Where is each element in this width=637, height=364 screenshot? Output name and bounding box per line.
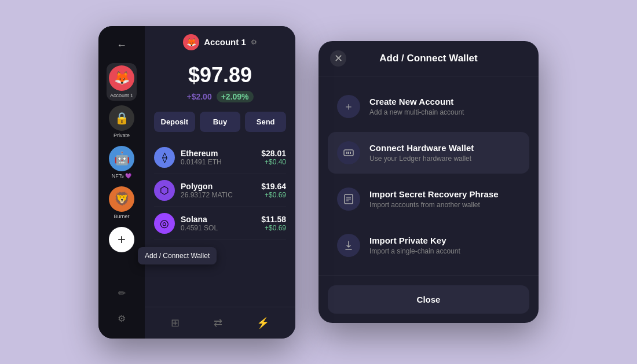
hardware-wallet-icon xyxy=(337,141,360,164)
add-connect-modal: ✕ Add / Connect Wallet ＋ Create New Acco… xyxy=(318,41,539,323)
avatar-label-private: Private xyxy=(114,133,130,139)
matic-change: +$0.69 xyxy=(261,191,286,199)
modal-close-button[interactable]: ✕ xyxy=(330,50,346,67)
option-title-private: Import Private Key xyxy=(369,236,460,245)
balance-section: $97.89 +$2.00 +2.09% xyxy=(145,58,295,112)
avatar-burner: 🦁 xyxy=(109,186,134,212)
token-item-matic[interactable]: ⬡ Polygon 26.93172 MATIC $19.64 +$0.69 xyxy=(154,174,286,207)
option-title-secret: Import Secret Recovery Phrase xyxy=(369,189,499,199)
token-left-eth: ⟠ Ethereum 0.01491 ETH xyxy=(154,147,222,168)
eth-amount: 0.01491 ETH xyxy=(181,158,222,166)
main-content: 🦊 Account 1 ⚙ $97.89 +$2.00 +2.09% Depos… xyxy=(145,26,295,339)
sidebar: ← 🦊 Account 1 🔒 Private 🤖 NFTs 💜 🦁 Burne… xyxy=(98,26,145,339)
svg-rect-3 xyxy=(350,152,351,154)
token-left-matic: ⬡ Polygon 26.93172 MATIC xyxy=(154,180,233,201)
modal-header: ✕ Add / Connect Wallet xyxy=(318,41,539,76)
option-text-secret: Import Secret Recovery Phrase Import acc… xyxy=(369,189,499,209)
private-key-icon xyxy=(337,234,360,257)
matic-icon: ⬡ xyxy=(154,180,175,201)
deposit-button[interactable]: Deposit xyxy=(154,112,195,132)
create-new-icon: ＋ xyxy=(337,95,360,118)
edit-button[interactable]: ✏ xyxy=(111,283,132,304)
option-desc-create: Add a new multi-chain account xyxy=(369,108,464,116)
sidebar-item-account1[interactable]: 🦊 Account 1 xyxy=(107,63,137,101)
create-new-account-option[interactable]: ＋ Create New Account Add a new multi-cha… xyxy=(328,86,529,127)
activity-nav-icon[interactable]: ⚡ xyxy=(252,314,274,332)
eth-name: Ethereum xyxy=(181,149,222,158)
avatar-label-burner: Burner xyxy=(114,214,129,220)
option-desc-hardware: Use your Ledger hardware wallet xyxy=(369,155,474,163)
matic-name: Polygon xyxy=(181,182,233,191)
modal-footer: Close xyxy=(318,275,539,323)
token-info-matic: Polygon 26.93172 MATIC xyxy=(181,182,233,199)
eth-change: +$0.40 xyxy=(261,158,286,166)
hardware-wallet-option[interactable]: Connect Hardware Wallet Use your Ledger … xyxy=(328,132,529,174)
option-text-private: Import Private Key Import a single-chain… xyxy=(369,236,460,255)
add-connect-wallet-button[interactable]: + xyxy=(109,227,134,252)
secret-recovery-option[interactable]: Import Secret Recovery Phrase Import acc… xyxy=(328,178,529,220)
token-info-sol: Solana 0.4591 SOL xyxy=(181,215,218,232)
option-text-hardware: Connect Hardware Wallet Use your Ledger … xyxy=(369,143,474,163)
svg-rect-2 xyxy=(348,152,349,154)
sidebar-item-burner[interactable]: 🦁 Burner xyxy=(107,184,137,222)
token-right-sol: $11.58 +$0.69 xyxy=(261,215,286,232)
option-desc-secret: Import accounts from another wallet xyxy=(369,201,499,209)
account-settings-icon[interactable]: ⚙ xyxy=(251,38,257,46)
svg-rect-1 xyxy=(346,152,347,154)
token-item-eth[interactable]: ⟠ Ethereum 0.01491 ETH $28.01 +$0.40 xyxy=(154,141,286,174)
secret-recovery-icon xyxy=(337,187,360,211)
account-name: Account 1 xyxy=(204,37,246,47)
avatar-account1: 🦊 xyxy=(109,65,134,91)
modal-options: ＋ Create New Account Add a new multi-cha… xyxy=(318,76,539,275)
send-button[interactable]: Send xyxy=(245,112,286,132)
sol-icon: ◎ xyxy=(154,213,175,234)
sol-value: $11.58 xyxy=(261,215,286,224)
token-right-matic: $19.64 +$0.69 xyxy=(261,182,286,199)
eth-value: $28.01 xyxy=(261,149,286,158)
sidebar-item-private[interactable]: 🔒 Private xyxy=(107,103,137,141)
token-info-eth: Ethereum 0.01491 ETH xyxy=(181,149,222,166)
close-modal-button[interactable]: Close xyxy=(328,285,529,314)
private-key-option[interactable]: Import Private Key Import a single-chain… xyxy=(328,225,529,266)
back-button[interactable]: ← xyxy=(111,35,132,56)
bottom-nav: ⊞ ⇄ ⚡ xyxy=(145,307,295,339)
sol-name: Solana xyxy=(181,215,218,224)
token-right-eth: $28.01 +$0.40 xyxy=(261,149,286,166)
sol-change: +$0.69 xyxy=(261,224,286,232)
sol-amount: 0.4591 SOL xyxy=(181,224,218,232)
buy-button[interactable]: Buy xyxy=(200,112,241,132)
header-avatar: 🦊 xyxy=(183,34,199,50)
token-left-sol: ◎ Solana 0.4591 SOL xyxy=(154,213,218,234)
avatar-nfts: 🤖 xyxy=(109,146,134,171)
balance-amount: $97.89 xyxy=(154,63,286,87)
action-buttons: Deposit Buy Send xyxy=(145,112,295,141)
option-title-hardware: Connect Hardware Wallet xyxy=(369,143,474,153)
avatar-label-account1: Account 1 xyxy=(110,93,133,99)
swap-nav-icon[interactable]: ⇄ xyxy=(209,314,227,332)
settings-button[interactable]: ⚙ xyxy=(111,308,132,329)
balance-change: +$2.00 +2.09% xyxy=(154,91,286,102)
option-text-create: Create New Account Add a new multi-chain… xyxy=(369,97,464,116)
matic-value: $19.64 xyxy=(261,182,286,191)
eth-icon: ⟠ xyxy=(154,147,175,168)
option-desc-private: Import a single-chain account xyxy=(369,247,460,255)
add-connect-tooltip: Add / Connect Wallet xyxy=(138,247,217,264)
change-percent: +2.09% xyxy=(217,91,254,102)
sidebar-item-nfts[interactable]: 🤖 NFTs 💜 xyxy=(107,144,137,182)
token-list: ⟠ Ethereum 0.01491 ETH $28.01 +$0.40 ⬡ P… xyxy=(145,141,295,307)
avatar-private: 🔒 xyxy=(109,105,134,131)
matic-amount: 26.93172 MATIC xyxy=(181,191,233,199)
change-dollar: +$2.00 xyxy=(186,92,211,101)
wallet-app: ← 🦊 Account 1 🔒 Private 🤖 NFTs 💜 🦁 Burne… xyxy=(98,26,295,339)
token-item-sol[interactable]: ◎ Solana 0.4591 SOL $11.58 +$0.69 xyxy=(154,207,286,240)
option-title-create: Create New Account xyxy=(369,97,464,106)
modal-title: Add / Connect Wallet xyxy=(379,53,477,64)
wallet-header: 🦊 Account 1 ⚙ xyxy=(145,26,295,58)
grid-nav-icon[interactable]: ⊞ xyxy=(166,314,184,332)
avatar-label-nfts: NFTs 💜 xyxy=(112,173,132,179)
